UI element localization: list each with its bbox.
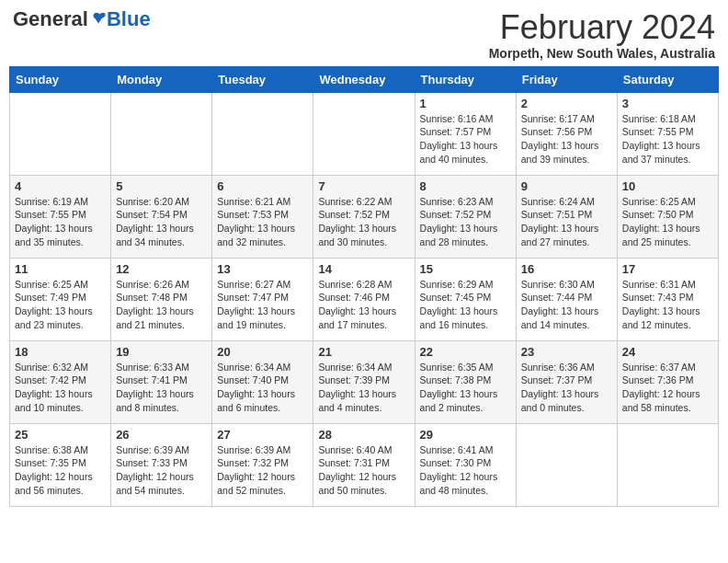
day-info: Sunrise: 6:24 AM Sunset: 7:51 PM Dayligh…	[521, 195, 612, 249]
day-number: 4	[15, 179, 106, 193]
calendar-cell: 2Sunrise: 6:17 AM Sunset: 7:56 PM Daylig…	[516, 92, 617, 175]
calendar-cell: 24Sunrise: 6:37 AM Sunset: 7:36 PM Dayli…	[617, 340, 718, 423]
calendar-cell: 29Sunrise: 6:41 AM Sunset: 7:30 PM Dayli…	[415, 423, 516, 506]
day-number: 25	[15, 428, 106, 442]
weekday-header-row: SundayMondayTuesdayWednesdayThursdayFrid…	[10, 66, 719, 92]
day-number: 21	[318, 345, 409, 359]
calendar-cell: 28Sunrise: 6:40 AM Sunset: 7:31 PM Dayli…	[313, 423, 415, 506]
day-number: 19	[116, 345, 207, 359]
weekday-header-monday: Monday	[111, 66, 212, 92]
day-info: Sunrise: 6:22 AM Sunset: 7:52 PM Dayligh…	[318, 195, 409, 249]
day-info: Sunrise: 6:21 AM Sunset: 7:53 PM Dayligh…	[217, 195, 308, 249]
day-info: Sunrise: 6:26 AM Sunset: 7:48 PM Dayligh…	[116, 278, 207, 332]
calendar-cell	[617, 423, 718, 506]
calendar-table: SundayMondayTuesdayWednesdayThursdayFrid…	[9, 66, 719, 507]
calendar-cell: 27Sunrise: 6:39 AM Sunset: 7:32 PM Dayli…	[212, 423, 313, 506]
day-number: 15	[420, 262, 511, 276]
calendar-cell	[516, 423, 617, 506]
calendar-cell: 15Sunrise: 6:29 AM Sunset: 7:45 PM Dayli…	[415, 258, 516, 340]
calendar-cell: 23Sunrise: 6:36 AM Sunset: 7:37 PM Dayli…	[516, 340, 617, 423]
day-info: Sunrise: 6:35 AM Sunset: 7:38 PM Dayligh…	[420, 361, 511, 415]
calendar-cell	[111, 92, 212, 175]
day-number: 17	[622, 262, 713, 276]
day-info: Sunrise: 6:39 AM Sunset: 7:32 PM Dayligh…	[217, 443, 308, 498]
day-number: 18	[15, 345, 106, 359]
day-info: Sunrise: 6:39 AM Sunset: 7:33 PM Dayligh…	[116, 443, 207, 498]
day-number: 8	[420, 179, 511, 193]
day-number: 16	[521, 262, 612, 276]
month-title: February 2024	[489, 9, 715, 46]
day-number: 7	[318, 179, 409, 193]
calendar-cell: 22Sunrise: 6:35 AM Sunset: 7:38 PM Dayli…	[415, 340, 516, 423]
calendar-cell: 8Sunrise: 6:23 AM Sunset: 7:52 PM Daylig…	[415, 175, 516, 258]
week-row-5: 25Sunrise: 6:38 AM Sunset: 7:35 PM Dayli…	[10, 423, 719, 506]
day-number: 26	[116, 428, 207, 442]
week-row-2: 4Sunrise: 6:19 AM Sunset: 7:55 PM Daylig…	[10, 175, 719, 258]
day-number: 22	[420, 345, 511, 359]
day-info: Sunrise: 6:19 AM Sunset: 7:55 PM Dayligh…	[15, 195, 106, 249]
calendar-cell: 16Sunrise: 6:30 AM Sunset: 7:44 PM Dayli…	[516, 258, 617, 340]
day-number: 28	[318, 428, 409, 442]
title-area: February 2024 Morpeth, New South Wales, …	[489, 9, 715, 61]
day-info: Sunrise: 6:28 AM Sunset: 7:46 PM Dayligh…	[318, 278, 409, 332]
day-info: Sunrise: 6:20 AM Sunset: 7:54 PM Dayligh…	[116, 195, 207, 249]
calendar-cell	[10, 92, 111, 175]
day-number: 6	[217, 179, 308, 193]
day-number: 3	[622, 97, 713, 110]
header: General Blue February 2024 Morpeth, New …	[9, 9, 719, 61]
day-info: Sunrise: 6:18 AM Sunset: 7:55 PM Dayligh…	[622, 112, 713, 167]
day-number: 10	[622, 179, 713, 193]
calendar-cell: 11Sunrise: 6:25 AM Sunset: 7:49 PM Dayli…	[10, 258, 111, 340]
day-info: Sunrise: 6:17 AM Sunset: 7:56 PM Dayligh…	[521, 112, 612, 167]
calendar-cell: 17Sunrise: 6:31 AM Sunset: 7:43 PM Dayli…	[617, 258, 718, 340]
week-row-3: 11Sunrise: 6:25 AM Sunset: 7:49 PM Dayli…	[10, 258, 719, 340]
day-number: 24	[622, 345, 713, 359]
day-number: 13	[217, 262, 308, 276]
day-number: 12	[116, 262, 207, 276]
day-number: 14	[318, 262, 409, 276]
day-number: 2	[521, 97, 612, 110]
day-info: Sunrise: 6:34 AM Sunset: 7:39 PM Dayligh…	[318, 361, 409, 415]
day-number: 5	[116, 179, 207, 193]
calendar-cell: 3Sunrise: 6:18 AM Sunset: 7:55 PM Daylig…	[617, 92, 718, 175]
calendar-cell: 21Sunrise: 6:34 AM Sunset: 7:39 PM Dayli…	[313, 340, 415, 423]
day-info: Sunrise: 6:34 AM Sunset: 7:40 PM Dayligh…	[217, 361, 308, 415]
calendar-cell: 18Sunrise: 6:32 AM Sunset: 7:42 PM Dayli…	[10, 340, 111, 423]
calendar-cell: 5Sunrise: 6:20 AM Sunset: 7:54 PM Daylig…	[111, 175, 212, 258]
day-number: 23	[521, 345, 612, 359]
location-title: Morpeth, New South Wales, Australia	[489, 46, 715, 61]
day-info: Sunrise: 6:25 AM Sunset: 7:49 PM Dayligh…	[15, 278, 106, 332]
day-number: 27	[217, 428, 308, 442]
calendar-cell: 19Sunrise: 6:33 AM Sunset: 7:41 PM Dayli…	[111, 340, 212, 423]
calendar-cell: 6Sunrise: 6:21 AM Sunset: 7:53 PM Daylig…	[212, 175, 313, 258]
day-number: 29	[420, 428, 511, 442]
day-info: Sunrise: 6:23 AM Sunset: 7:52 PM Dayligh…	[420, 195, 511, 249]
day-number: 1	[420, 97, 511, 110]
day-info: Sunrise: 6:41 AM Sunset: 7:30 PM Dayligh…	[420, 443, 511, 498]
week-row-4: 18Sunrise: 6:32 AM Sunset: 7:42 PM Dayli…	[10, 340, 719, 423]
day-info: Sunrise: 6:29 AM Sunset: 7:45 PM Dayligh…	[420, 278, 511, 332]
weekday-header-saturday: Saturday	[617, 66, 718, 92]
logo: General Blue	[13, 9, 151, 29]
weekday-header-wednesday: Wednesday	[313, 66, 415, 92]
day-number: 20	[217, 345, 308, 359]
day-info: Sunrise: 6:37 AM Sunset: 7:36 PM Dayligh…	[622, 361, 713, 415]
day-info: Sunrise: 6:40 AM Sunset: 7:31 PM Dayligh…	[318, 443, 409, 498]
calendar-cell: 13Sunrise: 6:27 AM Sunset: 7:47 PM Dayli…	[212, 258, 313, 340]
day-info: Sunrise: 6:32 AM Sunset: 7:42 PM Dayligh…	[15, 361, 106, 415]
calendar-cell: 26Sunrise: 6:39 AM Sunset: 7:33 PM Dayli…	[111, 423, 212, 506]
day-info: Sunrise: 6:27 AM Sunset: 7:47 PM Dayligh…	[217, 278, 308, 332]
week-row-1: 1Sunrise: 6:16 AM Sunset: 7:57 PM Daylig…	[10, 92, 719, 175]
day-number: 9	[521, 179, 612, 193]
calendar-cell: 4Sunrise: 6:19 AM Sunset: 7:55 PM Daylig…	[10, 175, 111, 258]
logo-bird-icon	[90, 11, 107, 28]
calendar-cell	[212, 92, 313, 175]
calendar-cell: 1Sunrise: 6:16 AM Sunset: 7:57 PM Daylig…	[415, 92, 516, 175]
calendar-cell: 20Sunrise: 6:34 AM Sunset: 7:40 PM Dayli…	[212, 340, 313, 423]
calendar-cell: 9Sunrise: 6:24 AM Sunset: 7:51 PM Daylig…	[516, 175, 617, 258]
calendar-cell	[313, 92, 415, 175]
calendar-cell: 14Sunrise: 6:28 AM Sunset: 7:46 PM Dayli…	[313, 258, 415, 340]
weekday-header-tuesday: Tuesday	[212, 66, 313, 92]
weekday-header-sunday: Sunday	[10, 66, 111, 92]
logo-blue-text: Blue	[107, 9, 151, 29]
